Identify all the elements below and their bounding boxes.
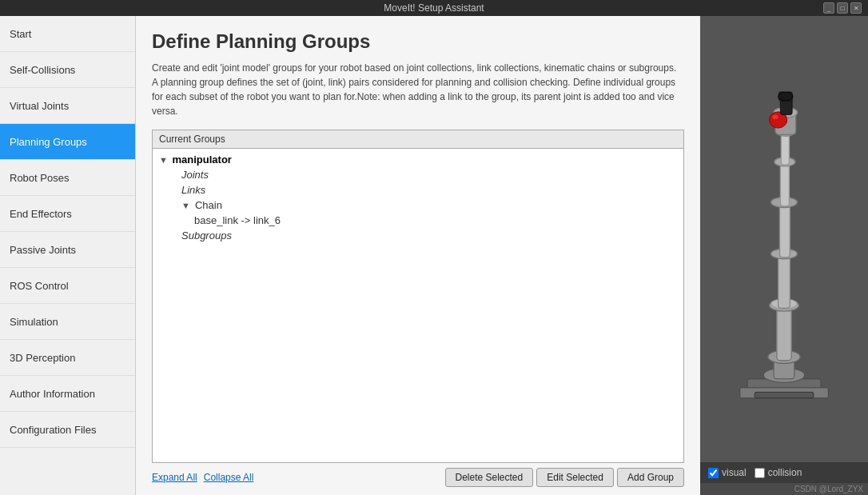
groups-panel-header: Current Groups — [153, 130, 683, 149]
collapse-all-link[interactable]: Collapse All — [204, 472, 254, 483]
viewer-controls: visual collision — [700, 462, 868, 483]
collision-checkbox[interactable] — [755, 468, 765, 478]
sidebar-item-3d-perception[interactable]: 3D Perception — [0, 340, 135, 376]
group-item-links[interactable]: Links — [153, 182, 683, 198]
svg-point-20 — [772, 115, 778, 120]
group-item-subgroups[interactable]: Subgroups — [153, 228, 683, 243]
app-title: MoveIt! Setup Assistant — [384, 2, 484, 14]
group-row-manipulator[interactable]: ▼ manipulator — [153, 152, 683, 167]
expand-all-link[interactable]: Expand All — [152, 472, 197, 483]
sidebar-item-start[interactable]: Start — [0, 16, 135, 52]
page-description: Create and edit 'joint model' groups for… — [152, 61, 684, 118]
viewer-credit: CSDN @Lord_ZYX — [700, 483, 868, 495]
group-chain-value[interactable]: base_link -> link_6 — [153, 213, 683, 228]
title-bar: MoveIt! Setup Assistant _ □ ✕ — [0, 0, 868, 16]
svg-rect-9 — [778, 253, 790, 308]
sidebar-item-end-effectors[interactable]: End Effectors — [0, 196, 135, 232]
groups-panel: Current Groups ▼ manipulator Joints Link… — [152, 130, 684, 463]
sidebar: Start Self-Collisions Virtual Joints Pla… — [0, 16, 136, 495]
viewer-panel: visual collision CSDN @Lord_ZYX — [700, 16, 868, 495]
sidebar-item-planning-groups[interactable]: Planning Groups — [0, 124, 135, 160]
collision-label: collision — [768, 467, 802, 478]
add-group-button[interactable]: Add Group — [617, 468, 684, 487]
delete-selected-button[interactable]: Delete Selected — [445, 468, 534, 487]
page-title: Define Planning Groups — [152, 30, 684, 53]
visual-checkbox[interactable] — [708, 468, 719, 478]
svg-rect-13 — [780, 162, 789, 206]
group-name-label: manipulator — [173, 154, 232, 166]
main-container: Start Self-Collisions Virtual Joints Pla… — [0, 16, 868, 495]
sidebar-item-self-collisions[interactable]: Self-Collisions — [0, 52, 135, 88]
close-button[interactable]: ✕ — [850, 2, 862, 14]
content-area: Define Planning Groups Create and edit '… — [136, 16, 700, 495]
svg-rect-6 — [777, 305, 791, 361]
svg-point-24 — [778, 92, 793, 101]
sidebar-item-virtual-joints[interactable]: Virtual Joints — [0, 88, 135, 124]
minimize-button[interactable]: _ — [823, 2, 834, 14]
expand-icon: ▼ — [159, 155, 168, 165]
visual-label: visual — [722, 467, 747, 478]
maximize-button[interactable]: □ — [837, 2, 848, 14]
sidebar-item-configuration-files[interactable]: Configuration Files — [0, 412, 135, 448]
action-buttons: Delete Selected Edit Selected Add Group — [445, 468, 685, 487]
svg-rect-2 — [755, 392, 814, 397]
edit-selected-button[interactable]: Edit Selected — [536, 468, 614, 487]
visual-checkbox-label[interactable]: visual — [708, 467, 747, 478]
collision-checkbox-label[interactable]: collision — [755, 467, 802, 478]
sidebar-item-ros-control[interactable]: ROS Control — [0, 268, 135, 304]
action-links: Expand All Collapse All — [152, 472, 253, 483]
chain-expand-icon: ▼ — [181, 201, 190, 210]
sidebar-item-robot-poses[interactable]: Robot Poses — [0, 160, 135, 196]
sidebar-item-passive-joints[interactable]: Passive Joints — [0, 232, 135, 268]
groups-list: ▼ manipulator Joints Links ▼ Chain base_… — [153, 149, 683, 462]
group-item-joints[interactable]: Joints — [153, 167, 683, 182]
window-controls[interactable]: _ □ ✕ — [823, 2, 862, 14]
robot-svg — [720, 55, 848, 423]
action-bar: Expand All Collapse All Delete Selected … — [152, 463, 684, 487]
group-chain-row[interactable]: ▼ Chain — [153, 198, 683, 213]
sidebar-item-author-information[interactable]: Author Information — [0, 376, 135, 412]
svg-rect-15 — [781, 133, 789, 165]
sidebar-item-simulation[interactable]: Simulation — [0, 304, 135, 340]
robot-viewer — [700, 16, 868, 462]
svg-rect-11 — [779, 202, 790, 257]
